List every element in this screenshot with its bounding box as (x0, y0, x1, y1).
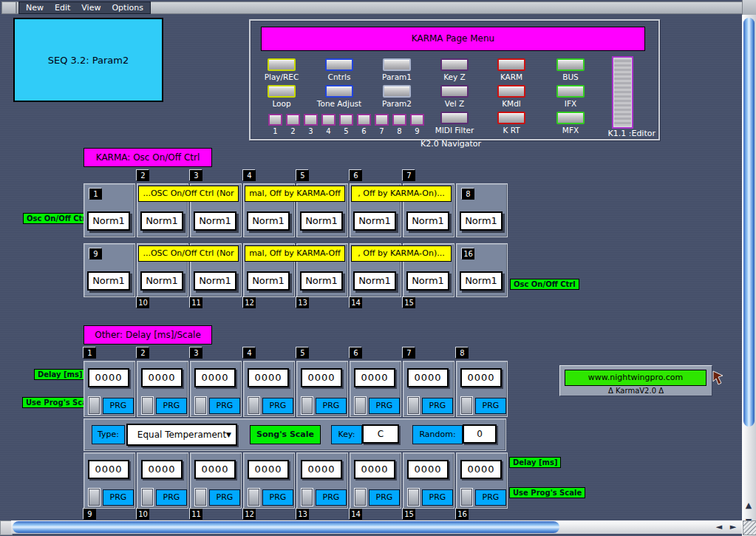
osc-onoff-select[interactable]: Norm1 (194, 271, 236, 291)
nav-numbered-button-9[interactable] (410, 114, 424, 126)
nav-button-param2[interactable] (383, 85, 411, 98)
nav-button-vel-z[interactable] (440, 85, 469, 98)
osc-onoff-select[interactable]: Norm1 (87, 211, 130, 231)
delay-ms-field[interactable]: 0000 (88, 460, 129, 479)
nav-numbered-button-8[interactable] (392, 114, 406, 126)
osc-onoff-select[interactable]: Norm1 (300, 271, 343, 291)
osc-onoff-select[interactable]: Norm1 (460, 211, 503, 231)
random-field[interactable]: 0 (463, 424, 497, 444)
delay-ms-field[interactable]: 0000 (407, 460, 449, 479)
nav-button-play-rec[interactable] (268, 58, 296, 71)
prog-scale-checkbox[interactable] (408, 489, 419, 506)
delay-ms-field[interactable]: 0000 (301, 368, 342, 387)
prg-button[interactable]: PRG (316, 398, 347, 414)
prg-button[interactable]: PRG (156, 489, 187, 506)
delay-ms-field[interactable]: 0000 (460, 460, 502, 479)
vertical-scrollbar-thumb[interactable] (743, 18, 755, 427)
horizontal-scrollbar-thumb[interactable] (13, 521, 559, 533)
nav-numbered-button-3[interactable] (304, 114, 318, 126)
scroll-right-icon[interactable]: ► (726, 520, 740, 534)
prg-button[interactable]: PRG (209, 398, 240, 414)
menu-item-edit[interactable]: Edit (55, 3, 70, 13)
osc-onoff-select[interactable]: Norm1 (247, 211, 290, 231)
prog-scale-checkbox[interactable] (89, 489, 100, 506)
nav-button-tone-adjust[interactable] (325, 85, 353, 98)
prog-scale-checkbox[interactable] (461, 397, 472, 414)
editor-slider-button[interactable] (612, 56, 633, 129)
window-resize-grip[interactable] (743, 520, 756, 535)
nav-numbered-button-5[interactable] (339, 114, 353, 126)
prog-scale-checkbox[interactable] (355, 397, 366, 414)
delay-ms-field[interactable]: 0000 (354, 368, 395, 387)
delay-ms-field[interactable]: 0000 (88, 368, 129, 387)
prog-scale-checkbox[interactable] (302, 489, 313, 506)
prg-button[interactable]: PRG (156, 398, 187, 414)
prog-scale-checkbox[interactable] (355, 489, 366, 506)
osc-onoff-select[interactable]: Norm1 (300, 211, 343, 231)
key-field[interactable]: C (362, 424, 399, 444)
menu-item-new[interactable]: New (26, 3, 44, 13)
nav-button-cntrls[interactable] (325, 58, 353, 71)
prg-button[interactable]: PRG (209, 489, 240, 506)
prg-button[interactable]: PRG (262, 398, 293, 414)
delay-ms-field[interactable]: 0000 (141, 460, 183, 479)
prog-scale-checkbox[interactable] (195, 489, 206, 506)
prog-scale-checkbox[interactable] (302, 397, 313, 414)
delay-ms-field[interactable]: 0000 (248, 368, 289, 387)
nav-button-param1[interactable] (383, 58, 411, 71)
prg-button[interactable]: PRG (369, 398, 400, 414)
osc-onoff-select[interactable]: Norm1 (353, 271, 396, 291)
menu-item-view[interactable]: View (81, 3, 101, 13)
nav-numbered-button-7[interactable] (375, 114, 389, 126)
delay-ms-field[interactable]: 0000 (194, 460, 236, 479)
osc-onoff-select[interactable]: Norm1 (353, 211, 396, 231)
prog-scale-checkbox[interactable] (461, 489, 472, 506)
prg-button[interactable]: PRG (316, 489, 347, 506)
scale-type-dropdown[interactable]: Equal Temperament ▼ (126, 424, 237, 446)
delay-ms-field[interactable]: 0000 (248, 460, 289, 479)
nav-button-loop[interactable] (268, 85, 296, 98)
prog-scale-checkbox[interactable] (248, 489, 259, 506)
nav-button-mfx[interactable] (556, 112, 585, 124)
osc-onoff-select[interactable]: Norm1 (247, 271, 290, 291)
songs-scale-button[interactable]: Song's Scale (250, 425, 321, 444)
prg-button[interactable]: PRG (369, 489, 400, 506)
prg-button[interactable]: PRG (475, 398, 506, 414)
osc-onoff-select[interactable]: Norm1 (140, 271, 183, 291)
prog-scale-checkbox[interactable] (408, 397, 419, 414)
scroll-left-icon[interactable]: ◄ (712, 520, 726, 534)
delay-ms-field[interactable]: 0000 (460, 368, 502, 387)
osc-onoff-select[interactable]: Norm1 (460, 271, 503, 291)
prog-scale-checkbox[interactable] (195, 397, 206, 414)
delay-ms-field[interactable]: 0000 (407, 368, 449, 387)
osc-onoff-select[interactable]: Norm1 (140, 211, 183, 231)
osc-onoff-select[interactable]: Norm1 (406, 211, 449, 231)
prg-button[interactable]: PRG (103, 398, 134, 414)
nav-numbered-button-4[interactable] (321, 114, 336, 126)
prg-button[interactable]: PRG (422, 489, 453, 506)
nightwingpro-link-button[interactable]: www.nightwingpro.com (565, 370, 706, 386)
nav-button-karm[interactable] (497, 58, 525, 71)
delay-ms-field[interactable]: 0000 (194, 368, 236, 387)
delay-ms-field[interactable]: 0000 (354, 460, 395, 479)
osc-onoff-select[interactable]: Norm1 (194, 211, 236, 231)
nav-numbered-button-1[interactable] (268, 114, 282, 126)
delay-ms-field[interactable]: 0000 (141, 368, 183, 387)
prg-button[interactable]: PRG (422, 398, 453, 414)
scroll-up-icon[interactable]: ▲ (742, 499, 755, 512)
nav-button-ifx[interactable] (556, 85, 585, 98)
prog-scale-checkbox[interactable] (142, 489, 153, 506)
prg-button[interactable]: PRG (262, 489, 293, 506)
prog-scale-checkbox[interactable] (142, 397, 153, 414)
nav-numbered-button-6[interactable] (357, 114, 371, 126)
nav-button-kmdl[interactable] (497, 85, 525, 98)
osc-onoff-select[interactable]: Norm1 (87, 271, 130, 291)
nav-button-k-rt[interactable] (497, 112, 525, 124)
osc-onoff-select[interactable]: Norm1 (406, 271, 449, 291)
prog-scale-checkbox[interactable] (248, 397, 259, 414)
nav-numbered-button-2[interactable] (286, 114, 300, 126)
nav-button-midi-filter[interactable] (440, 112, 469, 124)
nav-button-bus[interactable] (556, 58, 585, 71)
prog-scale-checkbox[interactable] (89, 397, 100, 414)
prg-button[interactable]: PRG (475, 489, 506, 506)
